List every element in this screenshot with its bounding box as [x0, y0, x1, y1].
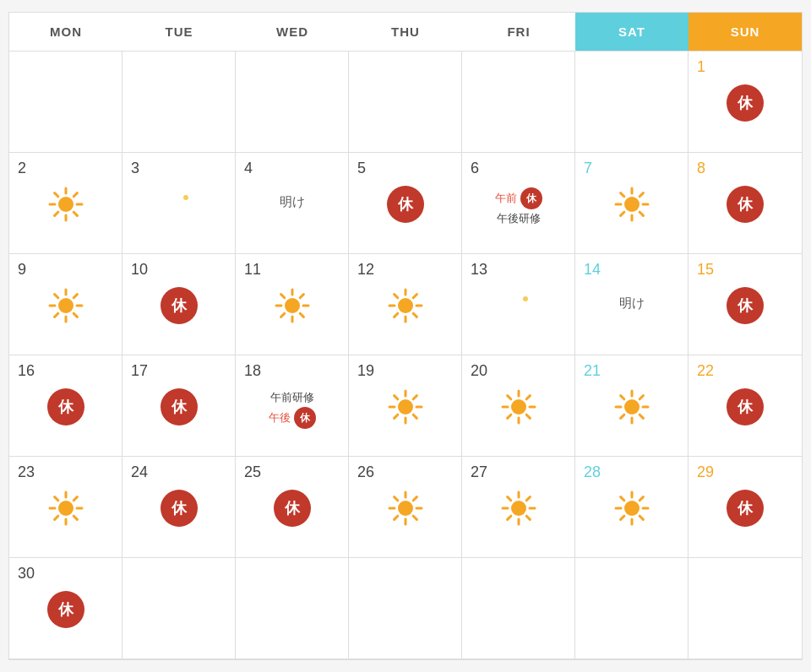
- day-cell-3: 3: [122, 153, 236, 254]
- svg-point-101: [624, 501, 640, 516]
- cell-content: [18, 186, 113, 223]
- cell-content: 休: [131, 490, 226, 527]
- empty-cell: [349, 558, 462, 659]
- cell-content: 午前研修午後休: [244, 388, 340, 429]
- cell-content: [244, 287, 340, 324]
- day-number: 19: [357, 362, 374, 380]
- moon-icon: [500, 287, 537, 324]
- svg-line-73: [640, 396, 643, 399]
- day-number: 23: [18, 463, 35, 481]
- svg-line-94: [526, 516, 530, 519]
- svg-point-10: [624, 197, 640, 212]
- sun-icon: [387, 490, 424, 527]
- kyuu-badge: 休: [727, 84, 764, 122]
- svg-point-19: [58, 298, 73, 313]
- header-cell-sun: SUN: [689, 13, 802, 51]
- svg-point-56: [511, 399, 526, 415]
- empty-cell: [462, 51, 575, 153]
- day-cell-30: 30休: [9, 558, 122, 659]
- svg-line-103: [640, 516, 643, 519]
- day-cell-8: 8休: [689, 153, 802, 254]
- day-number: 24: [131, 463, 148, 481]
- gozen-kenshu-line: 午前研修: [270, 390, 314, 405]
- day-number: 10: [131, 261, 148, 279]
- empty-cell: [236, 51, 349, 153]
- cell-content: [357, 388, 453, 425]
- day-number: 6: [471, 160, 479, 177]
- svg-line-64: [526, 396, 530, 399]
- sun-icon: [47, 287, 84, 324]
- day-number: 11: [244, 261, 261, 279]
- day-cell-11: 11: [236, 254, 349, 355]
- kyuu-badge: 休: [727, 490, 764, 527]
- svg-line-105: [620, 516, 623, 519]
- day-cell-23: 23: [9, 457, 122, 558]
- svg-line-45: [413, 295, 416, 298]
- calendar-body: 1休2 3 4明け5休6午前休午後研修7 8休9 10休11 12 13 14明…: [9, 51, 802, 659]
- calendar-header: MONTUEWEDTHUFRISATSUN: [9, 13, 802, 51]
- day-cell-20: 20: [462, 355, 575, 457]
- day-number: 7: [584, 160, 592, 177]
- cell-content: 明け: [584, 287, 679, 312]
- day-number: 3: [131, 160, 139, 177]
- svg-line-80: [54, 497, 57, 501]
- cell-content: [131, 186, 226, 223]
- sun-icon: [387, 287, 424, 324]
- kyuu-badge: 休: [387, 186, 424, 223]
- day-cell-17: 17休: [122, 355, 236, 457]
- ake-label: 明け: [280, 194, 305, 210]
- svg-line-98: [507, 497, 510, 501]
- svg-line-51: [394, 415, 397, 418]
- svg-point-47: [398, 399, 413, 415]
- svg-line-41: [394, 313, 397, 317]
- day-number: 29: [697, 463, 714, 481]
- day-cell-24: 24休: [122, 457, 236, 558]
- kyuu-badge-inline: 休: [294, 407, 316, 429]
- header-cell-thu: THU: [349, 13, 462, 51]
- day-number: 8: [697, 160, 705, 177]
- svg-line-100: [526, 497, 530, 501]
- cell-content: [357, 287, 453, 324]
- svg-point-28: [285, 298, 300, 313]
- gogo-kenshu-line: 午後研修: [497, 211, 541, 226]
- sun-icon: [613, 388, 650, 425]
- svg-point-74: [58, 501, 73, 516]
- svg-line-14: [620, 212, 623, 215]
- gogo-kenshu-label: 午後研修: [497, 211, 541, 226]
- sun-icon: [387, 388, 424, 425]
- svg-line-85: [413, 516, 416, 519]
- svg-line-87: [394, 516, 397, 519]
- svg-line-25: [54, 295, 57, 298]
- cell-content: [18, 287, 113, 324]
- day-number: 21: [584, 362, 601, 380]
- day-number: 2: [18, 160, 26, 177]
- kyuu-badge: 休: [161, 490, 198, 527]
- day-number: 1: [697, 58, 705, 76]
- empty-cell: [575, 558, 689, 659]
- kyuu-badge: 休: [727, 287, 764, 324]
- svg-line-6: [54, 193, 57, 197]
- gogo-kyuu-line: 午後休: [269, 407, 316, 429]
- svg-point-0: [58, 197, 73, 212]
- svg-point-92: [511, 501, 526, 516]
- svg-line-18: [640, 193, 643, 197]
- cell-content: 明け: [244, 186, 340, 210]
- cell-content: 休: [697, 490, 793, 527]
- day-number: 28: [584, 463, 601, 481]
- day-cell-29: 29休: [689, 457, 802, 558]
- day-cell-10: 10休: [122, 254, 236, 355]
- day-cell-28: 28: [575, 457, 689, 558]
- svg-line-23: [54, 313, 57, 317]
- svg-line-30: [300, 313, 303, 317]
- ake-label: 明け: [619, 295, 645, 312]
- cell-content: 休: [244, 490, 340, 527]
- svg-point-83: [398, 501, 413, 516]
- kyuu-badge: 休: [274, 490, 311, 527]
- cell-content: [584, 490, 679, 527]
- day-cell-15: 15休: [689, 254, 802, 355]
- cell-content: 休: [697, 186, 793, 223]
- day-number: 9: [18, 261, 26, 279]
- cell-content: [357, 490, 453, 527]
- empty-cell: [236, 558, 349, 659]
- cell-content: 休: [697, 388, 793, 425]
